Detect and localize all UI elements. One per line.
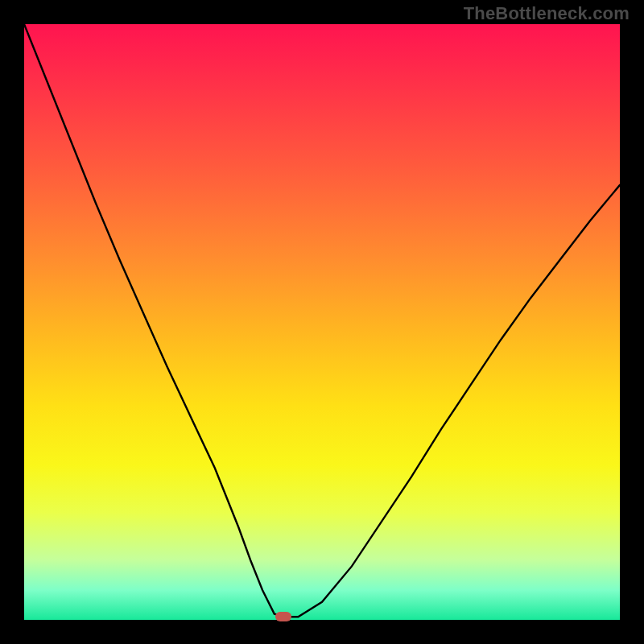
chart-frame: TheBottleneck.com — [0, 0, 644, 644]
watermark-text: TheBottleneck.com — [464, 3, 630, 24]
bottleneck-curve — [24, 24, 620, 617]
plot-area — [24, 24, 620, 620]
curve-svg — [24, 24, 620, 620]
optimal-point-marker — [275, 612, 291, 621]
